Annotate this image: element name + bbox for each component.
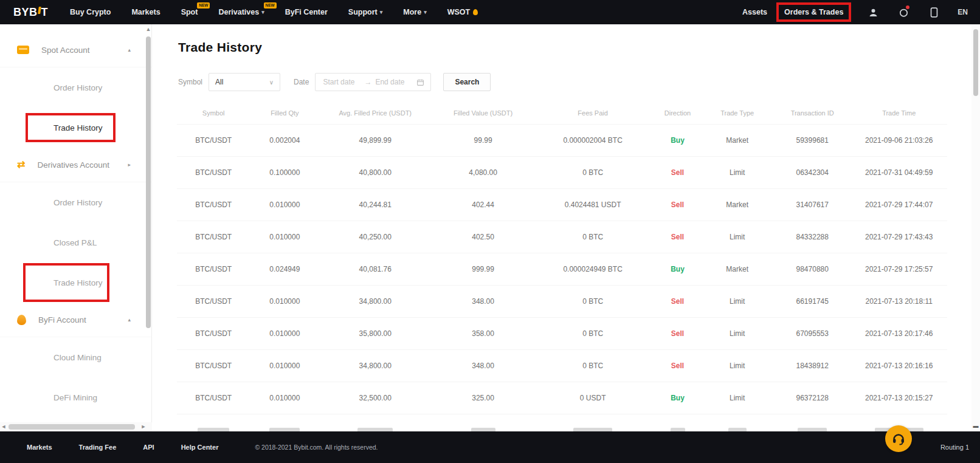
cell-fees: 0 USDT — [535, 394, 650, 402]
column-header-filled-qty: Filled Qty — [250, 109, 319, 117]
sidebar-item-trade-history[interactable]: Trade History — [0, 262, 151, 303]
sidebar-item-label: Trade History — [53, 278, 103, 287]
nav-item-markets[interactable]: Markets — [131, 8, 160, 16]
profile-icon[interactable] — [866, 5, 880, 19]
logo-tick-icon — [38, 7, 41, 14]
start-date-input[interactable] — [322, 77, 362, 87]
nav-item-orders-trades[interactable]: Orders & Trades — [784, 8, 843, 16]
date-label: Date — [294, 78, 309, 86]
cell-placeholder — [319, 426, 431, 431]
scroll-right-icon[interactable]: ► — [140, 422, 147, 431]
footer-link-trading-fee[interactable]: Trading Fee — [79, 444, 117, 451]
cell-txid: 98470880 — [770, 265, 855, 273]
language-selector[interactable]: EN — [958, 8, 968, 16]
bybit-logo[interactable]: BYBT — [13, 6, 48, 19]
symbol-select[interactable]: All ∨ — [209, 73, 280, 91]
table-row: BTC/USDT0.10000040,800.004,080.000 BTCSe… — [177, 156, 947, 188]
cell-type: Limit — [705, 233, 770, 241]
cell-price: 34,800.00 — [319, 362, 431, 370]
cell-type: Limit — [705, 329, 770, 338]
nav-item-more[interactable]: More▾ — [403, 8, 426, 16]
cell-direction: Sell — [650, 362, 705, 370]
scroll-left-icon[interactable]: ◄ — [0, 422, 7, 431]
top-nav-bar: BYBT Buy CryptoMarketsSpotNEWDerivatives… — [0, 0, 980, 24]
sidebar-item-order-history[interactable]: Order History — [0, 67, 151, 108]
cell-fees: 0.000002004 BTC — [535, 136, 650, 145]
nav-item-spot[interactable]: SpotNEW — [181, 8, 198, 16]
sidebar-item-defi-mining[interactable]: DeFi Mining — [0, 377, 151, 417]
cell-value: 402.50 — [431, 233, 535, 241]
calendar-icon[interactable] — [416, 78, 424, 86]
sidebar-item-cloud-mining[interactable]: Cloud Mining — [0, 337, 151, 377]
cell-value: 4,080.00 — [431, 168, 535, 177]
table-row: BTC/USDT0.01000035,800.00358.000 BTCSell… — [177, 317, 947, 349]
derivatives-transfer-icon: ⇄ — [17, 160, 25, 170]
sidebar-item-label: Spot Account — [41, 46, 90, 55]
cell-price: 32,500.00 — [319, 394, 431, 402]
search-button[interactable]: Search — [443, 73, 491, 91]
cell-symbol: BTC/USDT — [177, 329, 250, 338]
chevron-down-icon: ▾ — [424, 9, 427, 15]
cell-time: 2021-09-06 21:03:26 — [855, 136, 944, 145]
nav-item-wsot[interactable]: WSOT — [447, 8, 478, 16]
footer-link-api[interactable]: API — [143, 444, 154, 451]
cell-fees: 0.000024949 BTC — [535, 265, 650, 273]
main-vertical-scrollbar: ▬ — [971, 24, 980, 431]
scroll-down-icon[interactable]: ▬ — [971, 423, 980, 429]
cell-time: 2021-07-13 20:15:27 — [855, 394, 944, 402]
cell-placeholder — [535, 426, 650, 431]
nav-item-label: WSOT — [447, 8, 471, 16]
cell-qty: 0.010000 — [250, 329, 319, 338]
nav-item-byfi-center[interactable]: ByFi Center — [285, 8, 328, 16]
cell-time: 2021-07-29 17:43:43 — [855, 233, 944, 241]
date-range-input[interactable]: → — [315, 73, 431, 91]
main-scrollbar-thumb[interactable] — [973, 29, 978, 96]
scroll-up-icon[interactable]: ▲ — [145, 26, 152, 33]
column-header-trade-time: Trade Time — [855, 109, 944, 117]
nav-item-support[interactable]: Support▾ — [348, 8, 382, 16]
chevron-down-icon: ▾ — [261, 9, 264, 15]
cell-price: 40,250.00 — [319, 233, 431, 241]
footer-link-markets[interactable]: Markets — [27, 444, 52, 451]
cell-value: 358.00 — [431, 329, 535, 338]
sidebar-item-closed-p-l[interactable]: Closed P&L — [0, 222, 151, 262]
cell-symbol: BTC/USDT — [177, 265, 250, 273]
cell-value: 402.44 — [431, 201, 535, 209]
cell-type: Market — [705, 136, 770, 145]
sidebar-scrollbar-thumb[interactable] — [146, 36, 151, 328]
cell-txid: 06342304 — [770, 168, 855, 177]
cell-time: 2021-07-13 20:17:46 — [855, 329, 944, 338]
cell-txid: 67095553 — [770, 329, 855, 338]
cell-fees: 0 BTC — [535, 233, 650, 241]
sidebar: Spot Account▴Order HistoryTrade History⇄… — [0, 24, 152, 431]
column-header-transaction-id: Transaction ID — [770, 109, 855, 117]
mobile-app-icon[interactable] — [927, 5, 940, 19]
notifications-icon[interactable] — [897, 5, 910, 19]
cell-price: 34,800.00 — [319, 297, 431, 306]
cell-value: 325.00 — [431, 394, 535, 402]
routing-status: Routing 1 — [940, 444, 969, 451]
new-badge: NEW — [197, 2, 210, 9]
sidebar-item-spot-account[interactable]: Spot Account▴ — [0, 33, 151, 67]
support-chat-button[interactable] — [885, 425, 912, 452]
cell-price: 40,081.76 — [319, 265, 431, 273]
cell-placeholder — [431, 426, 535, 431]
notification-dot — [906, 5, 909, 9]
cell-time: 2021-07-13 20:18:11 — [855, 297, 944, 306]
sidebar-item-trade-history[interactable]: Trade History — [0, 108, 151, 148]
sidebar-item-byfi-account[interactable]: ByFi Account▴ — [0, 303, 151, 337]
table-row: BTC/USDT0.02494940,081.76999.990.0000249… — [177, 253, 947, 285]
nav-item-derivatives[interactable]: DerivativesNEW▾ — [218, 8, 264, 16]
sidebar-item-order-history[interactable]: Order History — [0, 182, 151, 222]
nav-item-buy-crypto[interactable]: Buy Crypto — [70, 8, 111, 16]
end-date-input[interactable] — [374, 77, 414, 87]
table-body: BTC/USDT0.00200449,899.9999.990.00000200… — [177, 124, 947, 431]
cell-fees: 0.4024481 USDT — [535, 201, 650, 209]
table-row-partial — [177, 414, 947, 431]
sidebar-hscrollbar-thumb[interactable] — [9, 424, 135, 430]
sidebar-item-label: Order History — [53, 198, 102, 207]
footer-link-help-center[interactable]: Help Center — [181, 444, 219, 451]
nav-item-assets[interactable]: Assets — [742, 8, 767, 16]
sidebar-item-derivatives-account[interactable]: ⇄Derivatives Account▸ — [0, 148, 151, 182]
nav-item-label: Assets — [742, 8, 767, 16]
